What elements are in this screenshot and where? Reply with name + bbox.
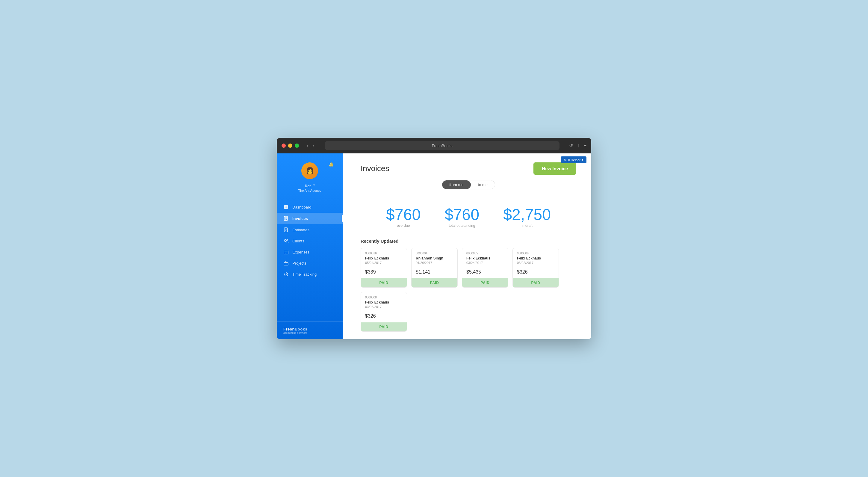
sidebar-item-projects[interactable]: Projects [277,258,343,269]
card-date: 05/24/2017 [365,261,403,265]
svg-point-16 [285,253,285,254]
sidebar-item-time-tracking-label: Time Tracking [292,272,317,276]
stat-draft-value: $2,750 [503,207,551,222]
page-title: Invoices [361,164,389,173]
user-section: 🔔 👩 Dot ▾ The Ant Agency [277,159,343,198]
card-status: PAID [361,322,407,331]
mui-helper-button[interactable]: MUI Helper ▾ [561,156,586,163]
svg-rect-2 [284,207,286,209]
invoice-card[interactable]: 0000005 Felix Eckhaus 03/24/2017 $5,435 … [462,248,508,288]
card-number: 0000009 [517,252,554,255]
card-date: 03/22/2017 [517,261,554,265]
clients-icon [283,239,289,243]
page-header: Invoices New Invoice [361,162,576,175]
user-name: Dot [305,184,311,188]
card-client: Felix Eckhaus [517,256,554,260]
notification-bell-icon[interactable]: 🔔 [329,162,334,167]
back-arrow[interactable]: ‹ [306,142,309,149]
card-client: Felix Eckhaus [466,256,504,260]
browser-title: FreshBooks [432,144,452,148]
card-client: Felix Eckhaus [365,256,403,260]
address-bar[interactable]: FreshBooks [325,141,559,150]
tab-switcher: from me to me [442,180,495,189]
card-number: 0000005 [466,252,504,255]
avatar[interactable]: 👩 [301,162,318,179]
helper-dropdown-icon: ▾ [582,158,584,162]
sidebar-item-time-tracking[interactable]: Time Tracking [277,269,343,280]
nav-items: Dashboard Invoices [277,198,343,322]
browser-actions: ↺ ↑ + [569,143,586,149]
stat-outstanding-label: total outstanding [444,223,479,228]
stat-draft-label: in draft [503,223,551,228]
card-number: 0000008 [365,296,403,299]
sidebar-item-expenses-label: Expenses [292,250,309,255]
mui-helper-label: MUI Helper [564,158,581,162]
card-date: 01/26/2017 [416,261,453,265]
invoice-card[interactable]: 0000008 Felix Eckhaus 03/08/2017 $326 PA… [361,292,407,332]
main-content: MUI Helper ▾ Invoices New Invoice from m… [343,153,591,339]
freshbooks-logo: FreshBooks [283,327,336,331]
stat-overdue-label: overdue [386,223,421,228]
close-button[interactable] [282,144,286,148]
card-number: 0000004 [416,252,453,255]
stats-row: $760 overdue $760 total outstanding $2,7… [361,207,576,228]
sidebar-item-invoices[interactable]: Invoices [277,213,343,224]
card-amount: $339 [365,269,403,275]
sidebar-item-projects-label: Projects [292,261,306,265]
card-amount: $326 [365,314,403,319]
sidebar-logo: FreshBooks accounting software [277,322,343,339]
freshbooks-tagline: accounting software [283,331,336,334]
top-bar: MUI Helper ▾ [556,153,591,166]
tab-from-me[interactable]: from me [442,180,471,189]
maximize-button[interactable] [295,144,299,148]
sidebar-item-dashboard[interactable]: Dashboard [277,201,343,213]
sidebar-item-dashboard-label: Dashboard [292,205,311,209]
card-status: PAID [411,278,457,287]
estimates-icon [283,228,289,232]
card-client: Felix Eckhaus [365,300,403,304]
content-area: Invoices New Invoice from me to me $760 … [343,153,591,339]
invoice-card[interactable]: 0000016 Felix Eckhaus 05/24/2017 $339 PA… [361,248,407,288]
app-container: 🔔 👩 Dot ▾ The Ant Agency [277,153,591,339]
sidebar: 🔔 👩 Dot ▾ The Ant Agency [277,153,343,339]
share-icon[interactable]: ↑ [577,143,580,148]
sidebar-item-clients[interactable]: Clients [277,236,343,246]
card-date: 03/24/2017 [466,261,504,265]
svg-rect-0 [284,205,286,207]
svg-point-13 [287,239,288,241]
card-amount: $1,141 [416,269,453,275]
svg-rect-17 [284,263,288,265]
stat-outstanding: $760 total outstanding [444,207,479,228]
card-amount: $5,435 [466,269,504,275]
browser-window: ‹ › FreshBooks ↺ ↑ + 🔔 👩 Dot ▾ Th [277,138,591,339]
sidebar-item-clients-label: Clients [292,239,304,243]
tab-to-me[interactable]: to me [471,180,495,189]
nav-arrows: ‹ › [306,142,315,149]
card-body: 0000009 Felix Eckhaus 03/22/2017 $326 [513,248,559,278]
card-amount: $326 [517,269,554,275]
user-dropdown-icon[interactable]: ▾ [313,183,315,187]
reload-icon[interactable]: ↺ [569,143,573,149]
invoice-card[interactable]: 0000009 Felix Eckhaus 03/22/2017 $326 PA… [513,248,559,288]
stat-overdue: $760 overdue [386,207,421,228]
browser-titlebar: ‹ › FreshBooks ↺ ↑ + [277,138,591,153]
stat-draft: $2,750 in draft [503,207,551,228]
recently-updated-title: Recently Updated [361,239,576,244]
sidebar-item-estimates[interactable]: Estimates [277,224,343,236]
sidebar-item-expenses[interactable]: Expenses [277,246,343,258]
card-body: 0000008 Felix Eckhaus 03/08/2017 $326 [361,292,407,322]
expenses-icon [283,250,289,255]
card-body: 0000005 Felix Eckhaus 03/24/2017 $5,435 [462,248,508,278]
invoice-card[interactable]: 0000004 Rhiannon Singh 01/26/2017 $1,141… [411,248,458,288]
minimize-button[interactable] [288,144,292,148]
new-tab-icon[interactable]: + [584,143,586,148]
stat-overdue-value: $760 [386,207,421,222]
projects-icon [283,261,289,265]
dashboard-icon [283,205,289,209]
stat-outstanding-value: $760 [444,207,479,222]
svg-point-12 [284,239,286,241]
svg-rect-1 [286,205,288,207]
card-number: 0000016 [365,252,403,255]
svg-rect-3 [286,207,288,209]
forward-arrow[interactable]: › [311,142,315,149]
